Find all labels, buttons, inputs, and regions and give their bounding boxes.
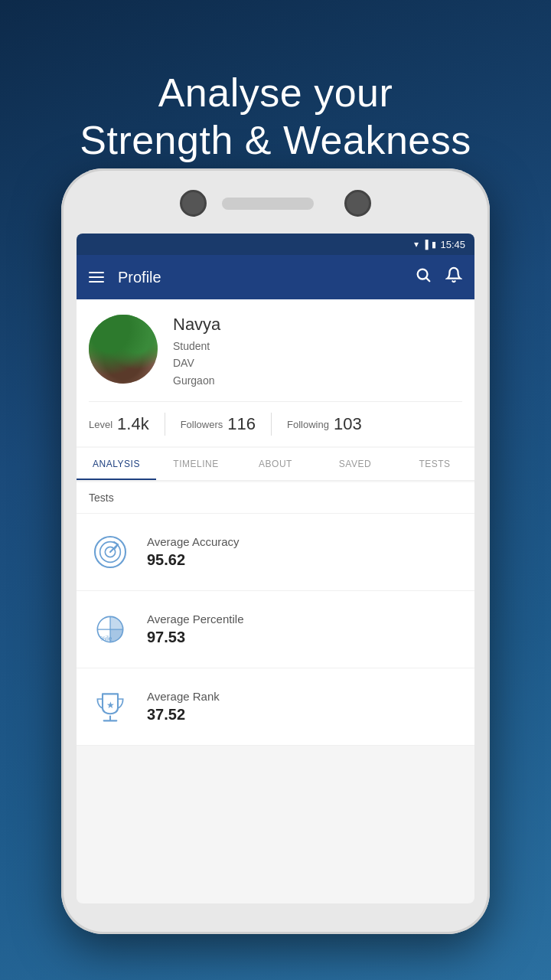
tabs: ANALYSIS TIMELINE ABOUT SAVED TESTS	[77, 448, 474, 481]
followers-value: 116	[227, 414, 256, 434]
percentile-info: Average Percentile 97.53	[147, 612, 462, 646]
accuracy-label: Average Accuracy	[147, 535, 462, 548]
app-bar: Profile	[77, 255, 474, 299]
wifi-icon: ▾	[414, 239, 419, 250]
rank-info: Average Rank 37.52	[147, 690, 462, 724]
phone-speaker	[222, 198, 314, 210]
section-header-tests: Tests	[77, 482, 474, 514]
svg-line-1	[426, 278, 429, 281]
tab-about[interactable]: ABOUT	[236, 448, 315, 480]
rank-row: ★ Average Rank 37.52	[77, 668, 474, 746]
phone-screen: ▾ ▐ ▮ 15:45 Profile	[77, 234, 474, 903]
followers-label: Followers	[181, 419, 223, 430]
following-label: Following	[287, 419, 329, 430]
stat-divider-1	[165, 413, 165, 436]
svg-text:%ile: %ile	[100, 635, 112, 642]
tab-analysis[interactable]: ANALYSIS	[77, 448, 156, 480]
tab-tests[interactable]: TESTS	[395, 448, 474, 480]
menu-icon[interactable]	[89, 272, 104, 283]
status-bar: ▾ ▐ ▮ 15:45	[77, 234, 474, 255]
rank-label: Average Rank	[147, 690, 462, 703]
target-icon	[89, 531, 132, 573]
accuracy-value: 95.62	[147, 551, 462, 569]
status-icons: ▾ ▐ ▮ 15:45	[414, 239, 465, 250]
percentile-icon: %ile	[89, 608, 132, 651]
stat-divider-2	[271, 413, 272, 436]
level-value: 1.4k	[117, 414, 149, 434]
signal-icon: ▐	[422, 240, 429, 249]
percentile-label: Average Percentile	[147, 612, 462, 626]
trophy-icon: ★	[89, 685, 132, 728]
following-stat: Following 103	[287, 414, 362, 434]
profile-location: Gurgaon	[173, 372, 462, 389]
percentile-row: %ile Average Percentile 97.53	[77, 591, 474, 668]
app-title: Profile	[118, 269, 406, 286]
profile-name: Navya	[173, 315, 462, 335]
status-time: 15:45	[440, 239, 465, 250]
level-stat: Level 1.4k	[89, 414, 149, 434]
profile-stats: Level 1.4k Followers 116 Following 103	[89, 401, 462, 436]
analysis-content: Tests	[77, 482, 474, 746]
profile-institution: DAV	[173, 354, 462, 371]
profile-top: Navya Student DAV Gurgaon	[89, 315, 462, 389]
tagline-line1: Analyse your	[0, 69, 551, 116]
accuracy-row: Average Accuracy 95.62	[77, 514, 474, 591]
phone-camera-left	[180, 190, 207, 217]
level-label: Level	[89, 419, 112, 430]
app-bar-actions	[415, 266, 462, 288]
profile-info: Navya Student DAV Gurgaon	[173, 315, 462, 389]
search-icon[interactable]	[415, 266, 432, 288]
tab-saved[interactable]: SAVED	[315, 448, 395, 480]
battery-icon: ▮	[432, 240, 436, 250]
phone-body: ▾ ▐ ▮ 15:45 Profile	[61, 168, 490, 934]
profile-role: Student	[173, 338, 462, 354]
profile-section: Navya Student DAV Gurgaon Level 1.4k	[77, 299, 474, 446]
accuracy-info: Average Accuracy 95.62	[147, 535, 462, 569]
tagline: Analyse your Strength & Weakness	[0, 69, 551, 165]
rank-value: 37.52	[147, 706, 462, 724]
avatar	[89, 315, 158, 384]
tagline-line2: Strength & Weakness	[0, 116, 551, 164]
phone-mockup: ▾ ▐ ▮ 15:45 Profile	[61, 168, 490, 934]
followers-stat: Followers 116	[181, 414, 256, 434]
bell-icon[interactable]	[445, 266, 462, 288]
svg-text:★: ★	[106, 700, 115, 710]
phone-camera-right	[344, 190, 371, 217]
percentile-value: 97.53	[147, 629, 462, 646]
following-value: 103	[334, 414, 362, 434]
tab-timeline[interactable]: TIMELINE	[156, 448, 236, 480]
